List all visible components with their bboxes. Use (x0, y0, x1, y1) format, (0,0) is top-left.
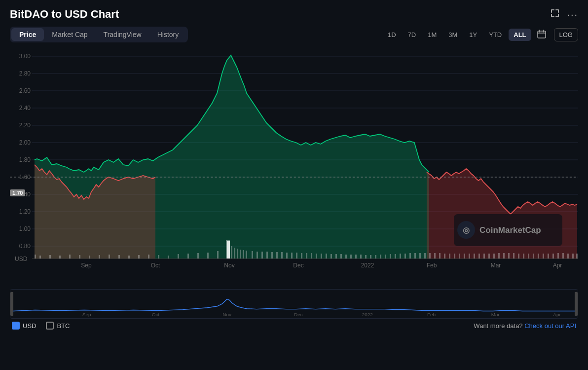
svg-rect-0 (538, 31, 546, 38)
svg-text:1.80: 1.80 (19, 156, 31, 163)
chart-container: BitDAO to USD Chart ··· Price Market Cap… (0, 0, 588, 370)
svg-rect-77 (311, 253, 312, 259)
svg-rect-76 (306, 253, 307, 259)
svg-text:Dec: Dec (293, 262, 303, 269)
svg-rect-46 (109, 255, 110, 259)
svg-rect-124 (543, 254, 544, 259)
svg-rect-89 (370, 255, 371, 259)
svg-rect-97 (409, 253, 411, 259)
svg-rect-100 (424, 253, 426, 259)
svg-text:Mar: Mar (491, 312, 500, 317)
svg-rect-52 (168, 256, 169, 259)
svg-rect-81 (331, 254, 332, 259)
svg-rect-108 (464, 254, 465, 259)
mini-chart: Sep Oct Nov Dec 2022 Feb Mar Apr (10, 289, 578, 319)
main-chart-svg: 3.00 2.80 2.60 2.40 2.20 2.00 1.80 1.60 … (10, 46, 578, 288)
api-text: Want more data? (474, 322, 522, 330)
svg-rect-102 (434, 253, 436, 259)
svg-rect-42 (69, 255, 71, 259)
svg-text:Mar: Mar (491, 262, 501, 269)
svg-rect-126 (552, 254, 554, 259)
svg-rect-68 (266, 252, 268, 259)
svg-rect-103 (439, 253, 441, 259)
svg-rect-75 (301, 253, 302, 259)
svg-rect-51 (158, 255, 159, 259)
time-1y[interactable]: 1Y (464, 29, 482, 41)
svg-rect-38 (35, 255, 36, 259)
svg-rect-114 (493, 254, 495, 259)
tab-tradingview[interactable]: TradingView (96, 28, 149, 41)
legend-usd: USD (12, 322, 36, 330)
svg-text:Oct: Oct (151, 262, 160, 269)
svg-rect-104 (444, 254, 445, 259)
tab-price[interactable]: Price (11, 28, 44, 41)
api-section: Want more data? Check out our API (474, 322, 576, 330)
svg-rect-110 (474, 254, 475, 259)
svg-rect-85 (350, 255, 352, 259)
svg-text:2.80: 2.80 (19, 70, 31, 77)
svg-rect-130 (572, 254, 574, 259)
svg-rect-70 (276, 252, 278, 259)
svg-text:2.00: 2.00 (19, 139, 31, 146)
time-1d[interactable]: 1D (383, 29, 401, 41)
svg-rect-95 (400, 254, 401, 259)
svg-rect-73 (291, 253, 293, 259)
svg-rect-113 (488, 254, 490, 259)
svg-rect-122 (533, 254, 534, 259)
svg-rect-47 (118, 255, 120, 259)
tab-marketcap[interactable]: Market Cap (44, 28, 95, 41)
svg-rect-107 (459, 254, 460, 259)
svg-rect-118 (513, 253, 514, 259)
time-3m[interactable]: 3M (443, 29, 462, 41)
svg-rect-79 (321, 254, 322, 259)
legend: USD BTC (12, 322, 70, 330)
svg-rect-112 (483, 254, 485, 259)
svg-rect-69 (271, 252, 273, 259)
usd-checkbox[interactable] (12, 322, 20, 330)
btc-label: BTC (57, 322, 70, 330)
svg-rect-125 (548, 254, 549, 259)
time-1m[interactable]: 1M (423, 29, 441, 41)
svg-rect-66 (257, 252, 258, 259)
usd-label: USD (23, 322, 36, 330)
svg-rect-56 (207, 253, 209, 259)
svg-rect-117 (508, 253, 510, 259)
svg-rect-119 (518, 254, 519, 259)
header-icons: ··· (550, 8, 578, 21)
svg-text:0.80: 0.80 (19, 243, 31, 250)
svg-rect-43 (79, 255, 80, 259)
svg-rect-99 (419, 253, 421, 259)
svg-text:Nov: Nov (222, 312, 231, 317)
svg-rect-55 (197, 253, 199, 259)
svg-rect-96 (404, 254, 406, 259)
svg-rect-131 (576, 254, 578, 259)
svg-rect-138 (575, 292, 578, 316)
svg-rect-49 (138, 255, 140, 259)
svg-rect-84 (345, 255, 347, 259)
svg-rect-106 (454, 254, 455, 259)
chart-title: BitDAO to USD Chart (10, 8, 119, 21)
more-button[interactable]: ··· (567, 9, 578, 20)
svg-rect-109 (469, 254, 470, 259)
api-link[interactable]: Check out our API (524, 322, 576, 330)
svg-text:Nov: Nov (224, 262, 234, 269)
svg-rect-62 (240, 250, 241, 259)
svg-rect-80 (326, 254, 327, 259)
calendar-button[interactable] (533, 27, 550, 42)
svg-rect-58 (226, 240, 230, 259)
svg-text:Sep: Sep (81, 262, 92, 269)
svg-text:1.60: 1.60 (19, 174, 31, 181)
time-log[interactable]: LOG (554, 28, 578, 41)
svg-rect-94 (395, 254, 396, 259)
time-all[interactable]: ALL (509, 29, 531, 41)
svg-rect-82 (335, 254, 337, 259)
svg-rect-39 (39, 256, 41, 259)
svg-text:Feb: Feb (427, 312, 436, 317)
expand-button[interactable] (550, 8, 560, 21)
time-ytd[interactable]: YTD (484, 29, 507, 41)
header-row: BitDAO to USD Chart ··· (10, 8, 578, 21)
btc-checkbox[interactable] (46, 322, 54, 330)
tab-history[interactable]: History (149, 28, 187, 41)
svg-text:Oct: Oct (152, 312, 160, 317)
time-7d[interactable]: 7D (403, 29, 421, 41)
